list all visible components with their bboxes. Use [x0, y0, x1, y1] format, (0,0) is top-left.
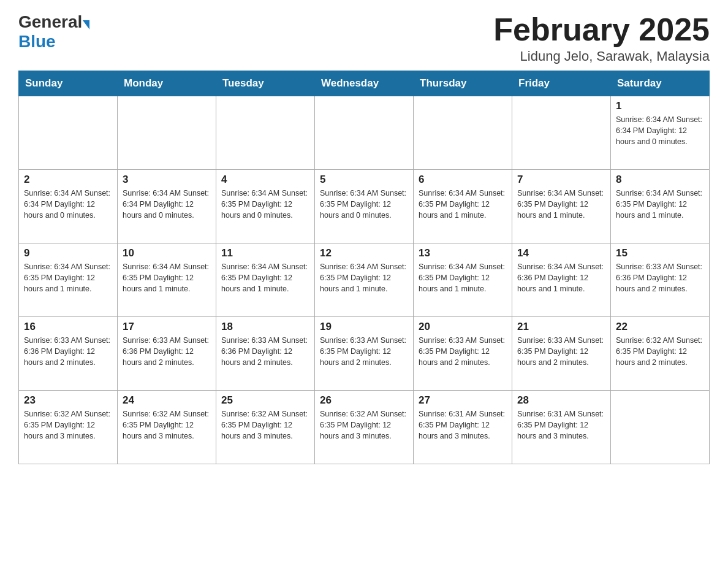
calendar-cell: 21Sunrise: 6:33 AM Sunset: 6:35 PM Dayli… [512, 317, 611, 391]
day-number: 27 [419, 394, 507, 407]
calendar-cell [216, 96, 315, 170]
weekday-header-friday: Friday [512, 71, 611, 96]
day-number: 9 [24, 247, 112, 259]
day-info: Sunrise: 6:34 AM Sunset: 6:35 PM Dayligh… [419, 188, 507, 221]
day-info: Sunrise: 6:33 AM Sunset: 6:36 PM Dayligh… [24, 335, 112, 368]
calendar-cell [512, 96, 611, 170]
day-number: 15 [616, 247, 704, 259]
weekday-header-wednesday: Wednesday [315, 71, 414, 96]
calendar-cell: 1Sunrise: 6:34 AM Sunset: 6:34 PM Daylig… [611, 96, 710, 170]
calendar-week-row: 9Sunrise: 6:34 AM Sunset: 6:35 PM Daylig… [19, 243, 710, 317]
calendar-cell [414, 96, 512, 170]
day-number: 11 [221, 247, 309, 259]
day-number: 10 [123, 247, 211, 259]
day-info: Sunrise: 6:34 AM Sunset: 6:35 PM Dayligh… [24, 261, 112, 294]
day-number: 12 [320, 247, 408, 259]
day-number: 17 [123, 321, 211, 333]
day-number: 7 [517, 174, 605, 186]
logo-blue-text: Blue [18, 32, 56, 51]
calendar-cell: 16Sunrise: 6:33 AM Sunset: 6:36 PM Dayli… [19, 317, 118, 391]
day-number: 21 [517, 321, 605, 333]
day-info: Sunrise: 6:34 AM Sunset: 6:34 PM Dayligh… [24, 188, 112, 221]
calendar-week-row: 1Sunrise: 6:34 AM Sunset: 6:34 PM Daylig… [19, 96, 710, 170]
day-number: 19 [320, 321, 408, 333]
day-info: Sunrise: 6:32 AM Sunset: 6:35 PM Dayligh… [221, 408, 309, 442]
calendar-cell: 7Sunrise: 6:34 AM Sunset: 6:35 PM Daylig… [512, 170, 611, 243]
day-info: Sunrise: 6:32 AM Sunset: 6:35 PM Dayligh… [616, 335, 704, 368]
calendar-cell: 22Sunrise: 6:32 AM Sunset: 6:35 PM Dayli… [611, 317, 710, 391]
calendar-cell: 20Sunrise: 6:33 AM Sunset: 6:35 PM Dayli… [414, 317, 512, 391]
day-number: 24 [123, 394, 211, 407]
calendar-cell: 26Sunrise: 6:32 AM Sunset: 6:35 PM Dayli… [315, 391, 414, 464]
calendar-cell: 10Sunrise: 6:34 AM Sunset: 6:35 PM Dayli… [118, 243, 216, 317]
weekday-header-sunday: Sunday [19, 71, 118, 96]
day-info: Sunrise: 6:34 AM Sunset: 6:35 PM Dayligh… [320, 261, 408, 294]
day-info: Sunrise: 6:32 AM Sunset: 6:35 PM Dayligh… [123, 408, 211, 442]
day-info: Sunrise: 6:32 AM Sunset: 6:35 PM Dayligh… [320, 408, 408, 442]
day-info: Sunrise: 6:34 AM Sunset: 6:36 PM Dayligh… [517, 261, 605, 294]
day-number: 4 [221, 174, 309, 186]
day-number: 6 [419, 174, 507, 186]
calendar-cell: 3Sunrise: 6:34 AM Sunset: 6:34 PM Daylig… [118, 170, 216, 243]
day-number: 13 [419, 247, 507, 259]
day-info: Sunrise: 6:34 AM Sunset: 6:34 PM Dayligh… [123, 188, 211, 221]
day-number: 5 [320, 174, 408, 186]
calendar-cell: 12Sunrise: 6:34 AM Sunset: 6:35 PM Dayli… [315, 243, 414, 317]
calendar-cell: 2Sunrise: 6:34 AM Sunset: 6:34 PM Daylig… [19, 170, 118, 243]
weekday-header-monday: Monday [118, 71, 216, 96]
day-number: 8 [616, 174, 704, 186]
page-header: General Blue February 2025 Lidung Jelo, … [18, 12, 710, 64]
calendar-cell: 24Sunrise: 6:32 AM Sunset: 6:35 PM Dayli… [118, 391, 216, 464]
calendar-cell: 18Sunrise: 6:33 AM Sunset: 6:36 PM Dayli… [216, 317, 315, 391]
day-info: Sunrise: 6:31 AM Sunset: 6:35 PM Dayligh… [419, 408, 507, 442]
day-info: Sunrise: 6:33 AM Sunset: 6:36 PM Dayligh… [123, 335, 211, 368]
logo: General Blue [18, 12, 89, 52]
calendar-cell: 28Sunrise: 6:31 AM Sunset: 6:35 PM Dayli… [512, 391, 611, 464]
logo-arrow-icon [83, 20, 89, 29]
day-info: Sunrise: 6:33 AM Sunset: 6:36 PM Dayligh… [221, 335, 309, 368]
calendar-cell [118, 96, 216, 170]
weekday-header-tuesday: Tuesday [216, 71, 315, 96]
calendar-week-row: 16Sunrise: 6:33 AM Sunset: 6:36 PM Dayli… [19, 317, 710, 391]
calendar-cell: 23Sunrise: 6:32 AM Sunset: 6:35 PM Dayli… [19, 391, 118, 464]
day-info: Sunrise: 6:34 AM Sunset: 6:35 PM Dayligh… [320, 188, 408, 221]
calendar-cell [611, 391, 710, 464]
day-number: 25 [221, 394, 309, 407]
day-info: Sunrise: 6:32 AM Sunset: 6:35 PM Dayligh… [24, 408, 112, 442]
calendar-title: February 2025 [493, 12, 710, 47]
day-info: Sunrise: 6:34 AM Sunset: 6:35 PM Dayligh… [616, 188, 704, 221]
day-number: 3 [123, 174, 211, 186]
logo-general-text: General [18, 12, 82, 32]
day-number: 23 [24, 394, 112, 407]
day-info: Sunrise: 6:34 AM Sunset: 6:35 PM Dayligh… [517, 188, 605, 221]
calendar-cell: 15Sunrise: 6:33 AM Sunset: 6:36 PM Dayli… [611, 243, 710, 317]
calendar-cell: 9Sunrise: 6:34 AM Sunset: 6:35 PM Daylig… [19, 243, 118, 317]
calendar-table: SundayMondayTuesdayWednesdayThursdayFrid… [18, 71, 710, 464]
calendar-cell [315, 96, 414, 170]
day-info: Sunrise: 6:33 AM Sunset: 6:35 PM Dayligh… [320, 335, 408, 368]
day-info: Sunrise: 6:34 AM Sunset: 6:35 PM Dayligh… [221, 261, 309, 294]
day-number: 28 [517, 394, 605, 407]
calendar-cell: 13Sunrise: 6:34 AM Sunset: 6:35 PM Dayli… [414, 243, 512, 317]
title-block: February 2025 Lidung Jelo, Sarawak, Mala… [493, 12, 710, 64]
calendar-week-row: 23Sunrise: 6:32 AM Sunset: 6:35 PM Dayli… [19, 391, 710, 464]
calendar-cell: 25Sunrise: 6:32 AM Sunset: 6:35 PM Dayli… [216, 391, 315, 464]
calendar-cell: 8Sunrise: 6:34 AM Sunset: 6:35 PM Daylig… [611, 170, 710, 243]
day-info: Sunrise: 6:33 AM Sunset: 6:35 PM Dayligh… [419, 335, 507, 368]
calendar-cell: 5Sunrise: 6:34 AM Sunset: 6:35 PM Daylig… [315, 170, 414, 243]
calendar-cell [19, 96, 118, 170]
day-number: 2 [24, 174, 112, 186]
day-info: Sunrise: 6:34 AM Sunset: 6:35 PM Dayligh… [123, 261, 211, 294]
day-info: Sunrise: 6:33 AM Sunset: 6:36 PM Dayligh… [616, 261, 704, 294]
day-info: Sunrise: 6:34 AM Sunset: 6:35 PM Dayligh… [419, 261, 507, 294]
day-info: Sunrise: 6:34 AM Sunset: 6:35 PM Dayligh… [221, 188, 309, 221]
calendar-cell: 17Sunrise: 6:33 AM Sunset: 6:36 PM Dayli… [118, 317, 216, 391]
day-number: 26 [320, 394, 408, 407]
day-number: 18 [221, 321, 309, 333]
day-number: 1 [616, 100, 704, 112]
day-info: Sunrise: 6:31 AM Sunset: 6:35 PM Dayligh… [517, 408, 605, 442]
day-number: 22 [616, 321, 704, 333]
weekday-header-thursday: Thursday [414, 71, 512, 96]
calendar-cell: 14Sunrise: 6:34 AM Sunset: 6:36 PM Dayli… [512, 243, 611, 317]
weekday-header-row: SundayMondayTuesdayWednesdayThursdayFrid… [19, 71, 710, 96]
